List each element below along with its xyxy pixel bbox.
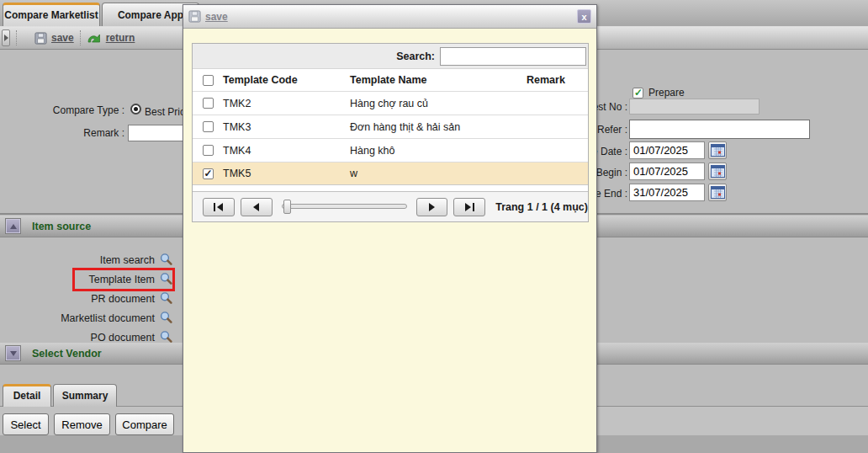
prev-page-icon	[253, 203, 259, 211]
compare-type-label: Compare Type :	[17, 104, 124, 116]
search-input[interactable]	[440, 47, 586, 66]
first-page-icon	[214, 203, 215, 211]
end-date-input[interactable]	[629, 184, 705, 201]
request-no-input[interactable]	[629, 99, 760, 115]
marketlist-document-label: Marketlist document	[61, 312, 155, 324]
prepare-checkbox[interactable]	[632, 88, 643, 99]
grid-search-row: Search:	[193, 44, 588, 69]
next-page-button[interactable]	[416, 198, 448, 216]
search-label: Search:	[396, 51, 435, 62]
refer-input[interactable]	[629, 120, 810, 139]
col-template-name: Template Name	[350, 74, 527, 86]
tab-summary[interactable]: Summary	[53, 384, 117, 407]
chevron-down-icon	[10, 351, 17, 356]
dialog-body: Search: Template Code Template Name Rema…	[183, 29, 596, 452]
return-button-label: return	[106, 32, 135, 44]
cell-template-code: TMK3	[223, 121, 350, 133]
col-remark: Remark	[527, 74, 588, 86]
next-page-icon	[429, 203, 435, 211]
select-button[interactable]: Select	[3, 413, 49, 435]
cell-template-name: w	[350, 168, 527, 179]
row-checkbox[interactable]	[203, 121, 214, 132]
item-search-link[interactable]: Item search	[0, 250, 173, 269]
pagination-info: Trang 1 / 1 (4 mục)	[495, 201, 588, 213]
calendar-icon	[711, 186, 725, 199]
remark-label: Remark :	[17, 127, 124, 139]
select-all-checkbox[interactable]	[203, 75, 214, 86]
dialog-close-button[interactable]: x	[577, 9, 591, 24]
marketlist-document-link[interactable]: Marketlist document	[0, 308, 173, 328]
chevron-up-icon	[10, 224, 17, 229]
last-page-button[interactable]	[453, 198, 485, 216]
template-item-dialog: save x Search: Template Code Template Na…	[183, 4, 597, 453]
prepare-checkbox-row: Prepare	[632, 87, 685, 99]
table-row[interactable]: TMK3 Đơn hàng thịt & hải sản	[193, 115, 588, 138]
table-row-selected[interactable]: TMK5 w	[193, 162, 588, 185]
magnifier-icon	[159, 291, 173, 306]
dialog-save-label: save	[205, 11, 228, 23]
date-input[interactable]	[629, 141, 705, 159]
magnifier-icon	[159, 311, 173, 325]
pr-document-label: PR document	[91, 293, 155, 305]
toolbar-separator	[80, 30, 81, 45]
begin-date-input[interactable]	[629, 163, 705, 180]
calendar-icon	[711, 165, 725, 178]
first-page-button[interactable]	[203, 198, 235, 216]
toolbar-separator	[16, 30, 17, 45]
prepare-label: Prepare	[648, 87, 685, 99]
row-checkbox[interactable]	[203, 98, 214, 109]
return-button[interactable]: return	[87, 32, 135, 44]
page-slider[interactable]	[282, 200, 407, 214]
last-page-icon	[473, 203, 474, 211]
save-button-label: save	[51, 32, 74, 44]
table-row[interactable]: TMK2 Hàng chợ rau củ	[193, 91, 588, 115]
row-checkbox[interactable]	[203, 145, 214, 156]
select-vendor-collapse-button[interactable]	[6, 346, 20, 360]
cell-template-name: Hàng khô	[350, 145, 527, 157]
tab-compare-marketlist[interactable]: Compare Marketlist	[3, 3, 100, 26]
item-source-links: Item search Template Item PR document Ma…	[0, 250, 173, 347]
compare-type-radio-best-price[interactable]	[130, 104, 141, 115]
remove-button[interactable]: Remove	[54, 413, 110, 435]
template-grid: Search: Template Code Template Name Rema…	[192, 43, 589, 222]
po-document-label: PO document	[91, 332, 155, 344]
last-page-icon	[465, 203, 471, 211]
page-slider-track	[282, 204, 407, 209]
item-source-collapse-button[interactable]	[6, 219, 20, 233]
floppy-disk-icon	[34, 32, 47, 45]
app-window: Compare Marketlist Compare App save retu…	[0, 0, 868, 453]
green-return-arrow-icon	[87, 32, 102, 44]
table-row[interactable]: TMK4 Hàng khô	[193, 138, 588, 162]
cell-template-code: TMK5	[223, 168, 350, 179]
col-template-code: Template Code	[223, 74, 350, 86]
calendar-icon	[711, 144, 725, 157]
cell-template-name: Hàng chợ rau củ	[350, 98, 527, 109]
floppy-disk-icon	[188, 10, 201, 23]
pagination-spacer	[193, 185, 588, 191]
pr-document-link[interactable]: PR document	[0, 289, 173, 308]
tab-detail[interactable]: Detail	[3, 384, 51, 407]
item-search-label: Item search	[100, 254, 155, 266]
end-calendar-button[interactable]	[708, 184, 727, 201]
chevron-right-icon	[4, 35, 8, 41]
save-button[interactable]: save	[34, 32, 74, 45]
cell-template-code: TMK2	[223, 98, 350, 109]
select-vendor-title: Select Vendor	[32, 348, 102, 360]
page-slider-handle[interactable]	[283, 200, 291, 214]
row-checkbox[interactable]	[203, 168, 214, 179]
panel-expand-button[interactable]	[2, 29, 10, 46]
begin-calendar-button[interactable]	[708, 163, 727, 180]
red-annotation-box	[72, 268, 175, 291]
cell-template-code: TMK4	[223, 145, 350, 157]
first-page-icon	[217, 203, 223, 211]
date-calendar-button[interactable]	[708, 141, 727, 159]
grid-header-row: Template Code Template Name Remark	[193, 69, 588, 91]
compare-button[interactable]: Compare	[115, 413, 174, 435]
dialog-save-button[interactable]: save	[188, 10, 228, 23]
pagination-bar: Trang 1 / 1 (4 mục)	[193, 191, 588, 221]
cell-template-name: Đơn hàng thịt & hải sản	[350, 121, 527, 133]
dialog-toolbar: save x	[183, 5, 596, 29]
prev-page-button[interactable]	[241, 198, 273, 216]
magnifier-icon	[159, 253, 173, 267]
item-source-title: Item source	[32, 221, 91, 232]
